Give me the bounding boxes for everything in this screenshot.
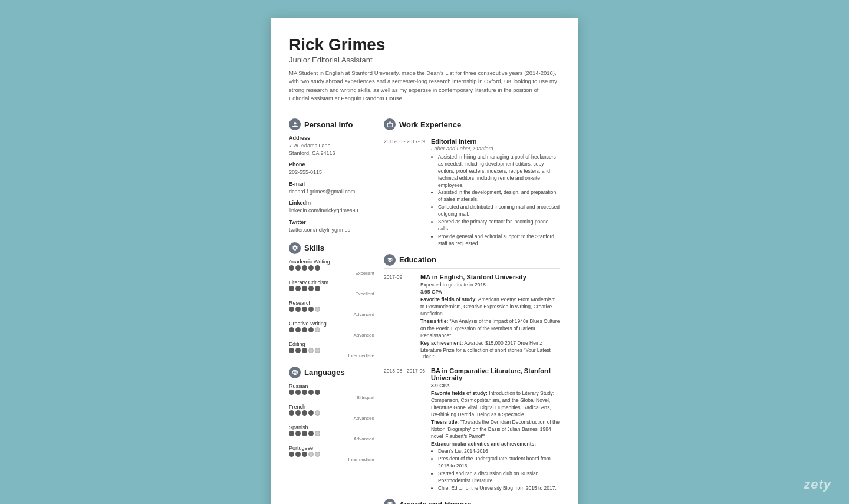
- edu-fields: Favorite fields of study: Introduction t…: [431, 390, 560, 419]
- language-dots: [289, 431, 374, 436]
- work-bullets: Assisted in hiring and managing a pool o…: [431, 154, 560, 248]
- edu-date: 2017-09: [384, 274, 414, 362]
- language-level: Advanced: [289, 436, 374, 442]
- education-icon: [384, 254, 396, 266]
- work-experience-icon: [384, 118, 396, 130]
- skill-item: EditingIntermediate: [289, 341, 374, 358]
- skill-name: Academic Writing: [289, 259, 374, 265]
- work-bullet: Assisted in hiring and managing a pool o…: [438, 154, 560, 189]
- skill-name: Creative Writing: [289, 321, 374, 327]
- languages-list: RussianBilingualFrenchAdvancedSpanishAdv…: [289, 383, 374, 462]
- education-list: 2017-09MA in English, Stanford Universit…: [384, 274, 560, 493]
- personal-info-content: Address 7 W. Adams LaneStanford, CA 9411…: [289, 135, 374, 234]
- job-title: Editorial Intern: [431, 138, 560, 145]
- email-value: richard.f.grimes@gmail.com: [289, 188, 374, 196]
- language-item: FrenchAdvanced: [289, 404, 374, 421]
- skill-dots: [289, 327, 374, 332]
- education-entry: 2013-08 - 2017-06BA in Comparative Litar…: [384, 367, 560, 492]
- edu-fields: Favorite fields of study: American Poetr…: [420, 297, 560, 318]
- linkedin-label: LinkedIn: [289, 200, 374, 206]
- language-name: Russian: [289, 383, 374, 389]
- skill-name: Research: [289, 300, 374, 306]
- phone-label: Phone: [289, 162, 374, 167]
- awards-icon: [384, 499, 396, 504]
- skill-level: Excellent: [289, 271, 374, 276]
- edu-expected: Expected to graduate in 2018: [420, 282, 560, 289]
- edu-degree: MA in English, Stanford University: [420, 274, 560, 281]
- edu-content: MA in English, Stanford UniversityExpect…: [420, 274, 560, 362]
- company-name: Faber and Faber, Stanford: [431, 146, 560, 151]
- main-content: Personal Info Address 7 W. Adams LaneSta…: [289, 118, 560, 504]
- resume-header: Rick Grimes Junior Editorial Assistant M…: [289, 35, 560, 110]
- work-bullet: Collected and distributed incoming mail …: [438, 204, 560, 218]
- skill-item: Literary CriticismExcellent: [289, 279, 374, 297]
- languages-title: Languages: [304, 368, 345, 377]
- edu-extra-bullet: Chief Editor of the University Blog from…: [438, 485, 560, 492]
- edu-content: BA in Comparative Litarature, Stanford U…: [431, 367, 560, 492]
- edu-gpa: 3.9 GPA: [431, 383, 560, 390]
- right-column: Work Experience 2015-06 - 2017-09Editori…: [384, 118, 560, 504]
- skill-dots: [289, 286, 374, 291]
- skill-level: Excellent: [289, 291, 374, 297]
- work-bullet: Assisted in the development, design, and…: [438, 189, 560, 203]
- awards-header: Awards and Honors: [384, 499, 560, 504]
- address-label: Address: [289, 135, 374, 141]
- education-header: Education: [384, 254, 560, 269]
- address-value: 7 W. Adams LaneStanford, CA 94116: [289, 142, 374, 157]
- language-level: Advanced: [289, 416, 374, 421]
- skill-item: Creative WritingAdvanced: [289, 321, 374, 338]
- personal-info-title: Personal Info: [304, 120, 353, 129]
- skill-item: Academic WritingExcellent: [289, 259, 374, 276]
- skill-item: ResearchAdvanced: [289, 300, 374, 317]
- skill-name: Literary Criticism: [289, 279, 374, 285]
- edu-date: 2013-08 - 2017-06: [384, 367, 425, 492]
- edu-extra-label: Extracurricular activities and achieveme…: [431, 441, 560, 448]
- skills-icon: [289, 242, 301, 254]
- edu-degree: BA in Comparative Litarature, Stanford U…: [431, 367, 560, 381]
- email-label: E-mail: [289, 181, 374, 187]
- language-dots: [289, 390, 374, 395]
- edu-thesis: Thesis title: "Towards the Derridian Dec…: [431, 419, 560, 440]
- linkedin-value: linkedin.com/in/rickygrimes93: [289, 207, 374, 215]
- work-bullet: Served as the primary contact for incomi…: [438, 219, 560, 233]
- awards-title: Awards and Honors: [399, 500, 472, 504]
- language-item: SpanishAdvanced: [289, 424, 374, 442]
- language-dots: [289, 410, 374, 416]
- zety-watermark: zety: [804, 477, 831, 492]
- edu-extra-bullet: Dean's List 2014-2016: [438, 448, 560, 455]
- left-column: Personal Info Address 7 W. Adams LaneSta…: [289, 118, 374, 504]
- edu-extra-bullets: Dean's List 2014-2016President of the un…: [431, 448, 560, 492]
- skill-dots: [289, 307, 374, 312]
- skill-dots: [289, 265, 374, 271]
- edu-extra-bullet: President of the undergraduate student b…: [438, 456, 560, 470]
- work-date: 2015-06 - 2017-09: [384, 138, 425, 248]
- twitter-value: twitter.com/rickyfillygrimes: [289, 226, 374, 234]
- skill-level: Intermediate: [289, 353, 374, 358]
- personal-info-icon: [289, 118, 301, 130]
- candidate-title: Junior Editorial Assistant: [289, 55, 560, 64]
- skill-dots: [289, 348, 374, 353]
- twitter-label: Twitter: [289, 219, 374, 225]
- personal-info-header: Personal Info: [289, 118, 374, 130]
- language-item: PortugeseIntermediate: [289, 445, 374, 462]
- candidate-summary: MA Student in English at Stanford Univer…: [289, 69, 560, 110]
- edu-extra-bullet: Started and ran a discussion club on Rus…: [438, 470, 560, 485]
- languages-icon: [289, 367, 301, 378]
- language-name: Spanish: [289, 424, 374, 430]
- edu-gpa: 3.95 GPA: [420, 289, 560, 296]
- skill-level: Advanced: [289, 332, 374, 338]
- phone-value: 202-555-0115: [289, 169, 374, 176]
- language-dots: [289, 452, 374, 457]
- skill-level: Advanced: [289, 312, 374, 317]
- language-level: Bilingual: [289, 395, 374, 400]
- language-level: Intermediate: [289, 457, 374, 462]
- edu-achievement: Key achievement: Awarded $15,000 2017 Dr…: [420, 340, 560, 361]
- work-experience-header: Work Experience: [384, 118, 560, 133]
- edu-thesis: Thesis title: "An Analysis of the Impact…: [420, 318, 560, 340]
- languages-header: Languages: [289, 367, 374, 378]
- resume-paper: Rick Grimes Junior Editorial Assistant M…: [271, 18, 578, 504]
- language-name: Portugese: [289, 445, 374, 451]
- language-name: French: [289, 404, 374, 410]
- education-entry: 2017-09MA in English, Stanford Universit…: [384, 274, 560, 362]
- skills-header: Skills: [289, 242, 374, 254]
